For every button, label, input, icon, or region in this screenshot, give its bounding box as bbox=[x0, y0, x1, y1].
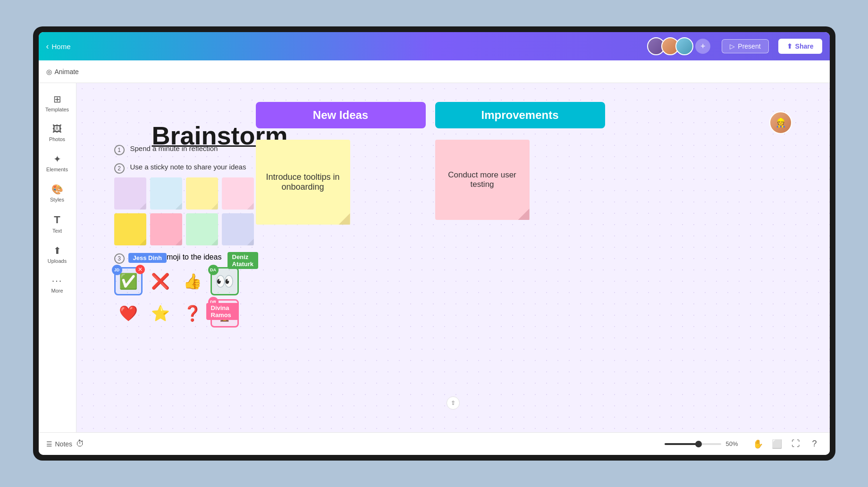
sidebar-item-label: Photos bbox=[49, 136, 65, 142]
elements-icon: ✦ bbox=[53, 153, 61, 165]
present-button[interactable]: ▷ Present bbox=[722, 39, 768, 53]
instruction-number: 1 bbox=[114, 145, 125, 155]
share-icon: ⬆ bbox=[787, 42, 792, 50]
sticky-note-small[interactable] bbox=[114, 213, 146, 245]
bottom-bar: ☰ Notes ⏱ 50% ✋ ⬜ ⛶ ? bbox=[39, 432, 830, 455]
canvas-area[interactable]: Brainstorm New Ideas Improvements 👷 1 Sp… bbox=[76, 83, 830, 432]
toolbar: ◎ Animate bbox=[39, 60, 830, 83]
sticky-note-text: Introduce tooltips in onboarding bbox=[263, 172, 343, 192]
hand-tool-button[interactable]: ✋ bbox=[750, 437, 766, 452]
emoji-heart[interactable]: ❤️ bbox=[114, 299, 143, 327]
bottom-tools: ✋ ⬜ ⛶ ? bbox=[750, 437, 822, 452]
emoji-icon: ✅ bbox=[119, 272, 138, 290]
photos-icon: 🖼 bbox=[52, 124, 62, 134]
instruction-number: 2 bbox=[114, 163, 125, 174]
sidebar-item-styles[interactable]: 🎨 Styles bbox=[41, 179, 73, 207]
templates-icon: ⊞ bbox=[53, 93, 61, 105]
add-collaborator-button[interactable]: + bbox=[695, 39, 710, 54]
more-icon: ··· bbox=[52, 275, 63, 286]
sticky-note-small[interactable] bbox=[150, 177, 182, 210]
zoom-thumb[interactable] bbox=[695, 441, 702, 447]
timer-button[interactable]: ⏱ bbox=[76, 439, 84, 449]
notes-icon: ☰ bbox=[46, 440, 52, 448]
zoom-control: 50% bbox=[665, 440, 745, 447]
reactions-area: Jess Dinh Deniz Ataturk JD ✕ ✅ ❌ bbox=[114, 267, 239, 327]
fullscreen-button[interactable]: ⛶ bbox=[788, 437, 803, 452]
sidebar-item-label: Text bbox=[52, 228, 62, 234]
user-label-jess: Jess Dinh bbox=[128, 253, 167, 263]
avatar bbox=[675, 37, 693, 55]
notes-label: Notes bbox=[55, 440, 73, 448]
close-icon[interactable]: ✕ bbox=[135, 265, 145, 274]
user-badge-jd: JD bbox=[112, 265, 122, 275]
sticky-note-text: Conduct more user testing bbox=[443, 170, 522, 189]
share-label: Share bbox=[795, 42, 814, 50]
animate-button[interactable]: ◎ Animate bbox=[46, 68, 79, 76]
frame-view-button[interactable]: ⬜ bbox=[769, 437, 784, 452]
zoom-percent: 50% bbox=[726, 440, 745, 447]
column-new-ideas: New Ideas bbox=[256, 102, 426, 128]
emoji-icon: ⭐ bbox=[151, 304, 170, 322]
user-label-deniz: Deniz Ataturk bbox=[228, 252, 259, 269]
sticky-note-small[interactable] bbox=[186, 177, 218, 210]
emoji-icon: ❤️ bbox=[119, 304, 138, 322]
sticky-note-new-ideas[interactable]: Introduce tooltips in onboarding bbox=[256, 140, 350, 225]
sticky-note-small[interactable] bbox=[186, 213, 218, 245]
emoji-icon: 👀 bbox=[215, 272, 234, 290]
sidebar-item-label: Uploads bbox=[48, 258, 67, 264]
laptop-frame: ‹ Home + ▷ Present ⬆ Share ◎ A bbox=[33, 26, 835, 461]
screen: ‹ Home + ▷ Present ⬆ Share ◎ A bbox=[39, 32, 830, 455]
sidebar-item-more[interactable]: ··· More bbox=[41, 270, 73, 298]
animate-label: Animate bbox=[55, 68, 79, 76]
animate-icon: ◎ bbox=[46, 68, 52, 76]
notes-button[interactable]: ☰ Notes bbox=[46, 440, 73, 448]
main-layout: ⊞ Templates 🖼 Photos ✦ Elements 🎨 Styles… bbox=[39, 83, 830, 432]
sidebar-item-text[interactable]: T Text bbox=[41, 209, 73, 238]
emoji-star[interactable]: ⭐ bbox=[146, 299, 175, 327]
sticky-note-small[interactable] bbox=[222, 177, 254, 210]
sidebar: ⊞ Templates 🖼 Photos ✦ Elements 🎨 Styles… bbox=[39, 83, 76, 432]
emoji-question[interactable]: ❓ bbox=[178, 299, 207, 327]
sidebar-item-label: Templates bbox=[45, 107, 69, 112]
instruction-item: 2 Use a sticky note to share your ideas bbox=[114, 163, 246, 174]
zoom-track[interactable] bbox=[665, 443, 721, 445]
emoji-eyes[interactable]: DA 👀 bbox=[211, 267, 239, 295]
column-new-ideas-label: New Ideas bbox=[313, 109, 368, 122]
sidebar-item-label: Styles bbox=[50, 197, 64, 202]
sidebar-item-uploads[interactable]: ⬆ Uploads bbox=[41, 240, 73, 269]
user-label-divina: Divina Ramos bbox=[206, 303, 239, 320]
present-icon: ▷ bbox=[730, 42, 735, 50]
user-badge-da: DA bbox=[208, 265, 219, 275]
sidebar-item-templates[interactable]: ⊞ Templates bbox=[41, 89, 73, 117]
sticky-note-small[interactable] bbox=[150, 213, 182, 245]
home-button[interactable]: ‹ Home bbox=[46, 42, 71, 51]
page-nav-up-button[interactable]: ⇧ bbox=[447, 396, 460, 410]
sidebar-item-label: Elements bbox=[46, 167, 68, 172]
home-label: Home bbox=[52, 42, 71, 50]
instruction-text: Use a sticky note to share your ideas bbox=[130, 163, 246, 171]
instruction-item: 1 Spend a minute in reflection bbox=[114, 144, 246, 155]
column-improvements-label: Improvements bbox=[481, 109, 558, 122]
emoji-cross[interactable]: ❌ bbox=[146, 267, 175, 295]
emoji-thumbsup[interactable]: 👍 bbox=[178, 267, 207, 295]
header: ‹ Home + ▷ Present ⬆ Share bbox=[39, 32, 830, 60]
avatar-group: + bbox=[647, 37, 710, 55]
sticky-notes-grid bbox=[114, 177, 254, 245]
text-icon: T bbox=[54, 214, 60, 226]
sticky-note-small[interactable] bbox=[114, 177, 146, 210]
column-improvements: Improvements bbox=[435, 102, 605, 128]
sidebar-item-photos[interactable]: 🖼 Photos bbox=[41, 119, 73, 147]
emoji-icon: ❓ bbox=[183, 304, 202, 322]
help-button[interactable]: ? bbox=[807, 437, 822, 452]
instructions-list: 1 Spend a minute in reflection 2 Use a s… bbox=[114, 144, 246, 174]
sticky-note-small[interactable] bbox=[222, 213, 254, 245]
instruction-number: 3 bbox=[114, 253, 125, 264]
emoji-checkmark[interactable]: JD ✕ ✅ bbox=[114, 267, 143, 295]
zoom-fill bbox=[665, 443, 699, 445]
sticky-note-improvements[interactable]: Conduct more user testing bbox=[435, 140, 530, 220]
sidebar-item-label: More bbox=[51, 288, 63, 294]
sidebar-item-elements[interactable]: ✦ Elements bbox=[41, 149, 73, 177]
uploads-icon: ⬆ bbox=[53, 245, 61, 256]
share-button[interactable]: ⬆ Share bbox=[778, 39, 822, 54]
chevron-left-icon: ‹ bbox=[46, 42, 49, 51]
